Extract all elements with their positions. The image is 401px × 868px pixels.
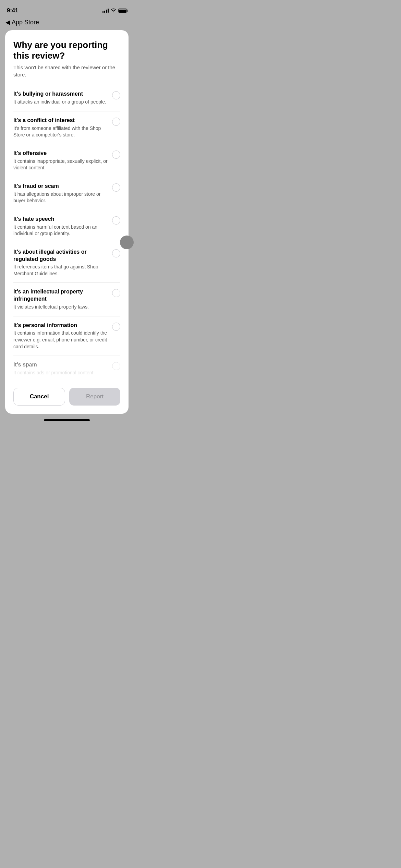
option-hate-speech-desc: It contains harmful content based on an … bbox=[13, 224, 108, 237]
option-ip-desc: It violates intellectual property laws. bbox=[13, 304, 108, 311]
option-illegal[interactable]: It's about illegal activities or regulat… bbox=[13, 243, 120, 283]
option-ip-radio[interactable] bbox=[112, 289, 120, 297]
option-offensive[interactable]: It's offensive It contains inappropriate… bbox=[13, 144, 120, 177]
battery-icon bbox=[118, 9, 127, 13]
report-button[interactable]: Report bbox=[69, 388, 120, 406]
option-offensive-radio[interactable] bbox=[112, 150, 120, 159]
option-offensive-desc: It contains inappropriate, sexually expl… bbox=[13, 158, 108, 171]
options-list: It's bullying or harassment It attacks a… bbox=[13, 85, 120, 382]
option-conflict-radio[interactable] bbox=[112, 118, 120, 126]
option-fraud-desc: It has allegations about improper store … bbox=[13, 191, 108, 204]
status-bar: 9:41 bbox=[0, 0, 134, 17]
modal-title: Why are you reporting this review? bbox=[13, 40, 120, 61]
option-bullying-radio[interactable] bbox=[112, 91, 120, 99]
back-navigation[interactable]: ◀ App Store bbox=[0, 17, 134, 29]
option-personal-info-radio[interactable] bbox=[112, 323, 120, 331]
option-fraud[interactable]: It's fraud or scam It has allegations ab… bbox=[13, 177, 120, 210]
option-spam-radio[interactable] bbox=[112, 362, 120, 370]
scroll-indicator bbox=[120, 236, 134, 249]
option-hate-speech-title: It's hate speech bbox=[13, 216, 108, 223]
option-conflict-desc: It's from someone affiliated with the Sh… bbox=[13, 125, 108, 138]
option-personal-info-title: It's personal information bbox=[13, 322, 108, 329]
signal-bars-icon bbox=[102, 9, 109, 13]
option-illegal-title: It's about illegal activities or regulat… bbox=[13, 249, 108, 263]
option-hate-speech[interactable]: It's hate speech It contains harmful con… bbox=[13, 210, 120, 243]
option-conflict[interactable]: It's a conflict of interest It's from so… bbox=[13, 111, 120, 144]
option-ip-title: It's an intellectual property infringeme… bbox=[13, 288, 108, 303]
home-indicator bbox=[44, 419, 90, 421]
option-ip[interactable]: It's an intellectual property infringeme… bbox=[13, 282, 120, 316]
back-label: App Store bbox=[12, 19, 39, 26]
option-offensive-title: It's offensive bbox=[13, 150, 108, 157]
option-personal-info[interactable]: It's personal information It contains in… bbox=[13, 316, 120, 356]
option-hate-speech-radio[interactable] bbox=[112, 216, 120, 225]
option-fraud-radio[interactable] bbox=[112, 183, 120, 192]
back-chevron-icon: ◀ bbox=[5, 19, 10, 26]
status-time: 9:41 bbox=[7, 7, 18, 14]
status-icons bbox=[102, 8, 127, 13]
cancel-button[interactable]: Cancel bbox=[13, 388, 65, 406]
option-spam-title: It's spam bbox=[13, 361, 108, 369]
option-illegal-desc: It references items that go against Shop… bbox=[13, 264, 108, 277]
option-fraud-title: It's fraud or scam bbox=[13, 183, 108, 190]
option-spam-desc: It contains ads or promotional content. bbox=[13, 370, 108, 376]
bottom-buttons: Cancel Report bbox=[13, 382, 120, 406]
option-conflict-title: It's a conflict of interest bbox=[13, 117, 108, 124]
option-bullying-title: It's bullying or harassment bbox=[13, 91, 108, 98]
option-illegal-radio[interactable] bbox=[112, 249, 120, 257]
option-bullying[interactable]: It's bullying or harassment It attacks a… bbox=[13, 85, 120, 111]
report-modal: Why are you reporting this review? This … bbox=[5, 30, 129, 414]
option-personal-info-desc: It contains information that could ident… bbox=[13, 330, 108, 350]
option-bullying-desc: It attacks an individual or a group of p… bbox=[13, 99, 108, 106]
option-spam[interactable]: It's spam It contains ads or promotional… bbox=[13, 355, 120, 382]
modal-subtitle: This won't be shared with the reviewer o… bbox=[13, 64, 120, 78]
wifi-icon bbox=[111, 8, 116, 13]
